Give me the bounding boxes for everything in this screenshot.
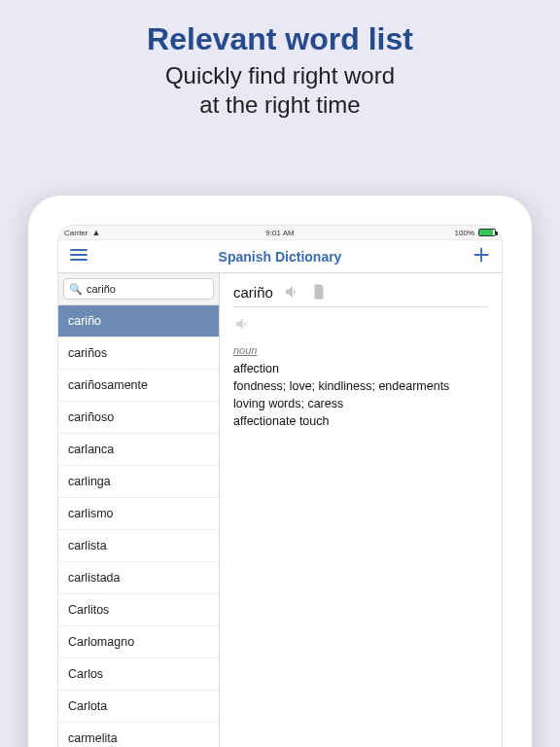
definition-line: affection: [233, 360, 488, 377]
carrier-label: Carrier: [64, 229, 88, 237]
plus-icon: [471, 244, 492, 266]
tablet-frame: Carrier ▲ 9:01 AM 100% Spanish Dictionar…: [27, 195, 533, 747]
add-button[interactable]: [471, 244, 492, 268]
battery-icon: [478, 229, 496, 236]
list-item[interactable]: carlistada: [58, 562, 219, 594]
headword: cariño: [233, 284, 273, 301]
list-item[interactable]: Carlota: [58, 691, 219, 723]
list-item[interactable]: Carlitos: [58, 594, 219, 626]
list-item[interactable]: carlanca: [58, 434, 219, 466]
speaker-icon: [283, 283, 300, 301]
list-item[interactable]: cariño: [58, 305, 219, 338]
search-container: 🔍 ×: [58, 273, 219, 305]
definition-line: fondness; love; kindliness; endearments: [233, 377, 488, 395]
definition-pane: cariño noun affectionfondness; love; kin…: [220, 273, 502, 747]
part-of-speech: noun: [233, 344, 257, 356]
definition-line: affectionate touch: [233, 412, 488, 430]
hamburger-icon: [70, 246, 88, 264]
promo-hero: Relevant word list Quickly find right wo…: [0, 0, 560, 137]
hero-subtitle: Quickly find right word at the right tim…: [0, 61, 560, 120]
list-item[interactable]: cariños: [58, 338, 219, 370]
document-button[interactable]: [310, 283, 328, 301]
audio-button-secondary[interactable]: [233, 315, 488, 337]
speaker-icon: [233, 315, 251, 333]
status-bar: Carrier ▲ 9:01 AM 100%: [58, 226, 502, 240]
battery-percent: 100%: [455, 229, 474, 237]
list-item[interactable]: Carlos: [58, 658, 219, 691]
menu-button[interactable]: [68, 246, 89, 267]
list-item[interactable]: Carlomagno: [58, 626, 219, 658]
side-panel: 🔍 × cariñocariñoscariñosamentecariñosoca…: [58, 273, 220, 747]
search-box[interactable]: 🔍 ×: [63, 278, 214, 300]
divider: [233, 306, 488, 307]
word-list[interactable]: cariñocariñoscariñosamentecariñosocarlan…: [58, 305, 219, 747]
list-item[interactable]: carlinga: [58, 466, 219, 498]
document-icon: [310, 283, 328, 301]
definition-line: loving words; caress: [233, 395, 488, 412]
definition-header: cariño: [233, 283, 488, 301]
list-item[interactable]: carlista: [58, 530, 219, 562]
hero-title: Relevant word list: [0, 21, 560, 57]
list-item[interactable]: cariñosamente: [58, 370, 219, 402]
wifi-icon: ▲: [91, 228, 100, 237]
nav-bar: Spanish Dictionary: [58, 240, 502, 273]
search-icon: 🔍: [69, 283, 83, 296]
content: 🔍 × cariñocariñoscariñosamentecariñosoca…: [58, 273, 502, 747]
audio-button[interactable]: [283, 283, 300, 301]
list-item[interactable]: cariñoso: [58, 402, 219, 434]
list-item[interactable]: carmelita: [58, 723, 219, 747]
clock: 9:01 AM: [265, 229, 294, 237]
list-item[interactable]: carlismo: [58, 498, 219, 530]
search-input[interactable]: [87, 283, 221, 295]
app-title: Spanish Dictionary: [219, 249, 342, 265]
definition-lines: affectionfondness; love; kindliness; end…: [233, 360, 488, 431]
screen: Carrier ▲ 9:01 AM 100% Spanish Dictionar…: [57, 225, 503, 747]
